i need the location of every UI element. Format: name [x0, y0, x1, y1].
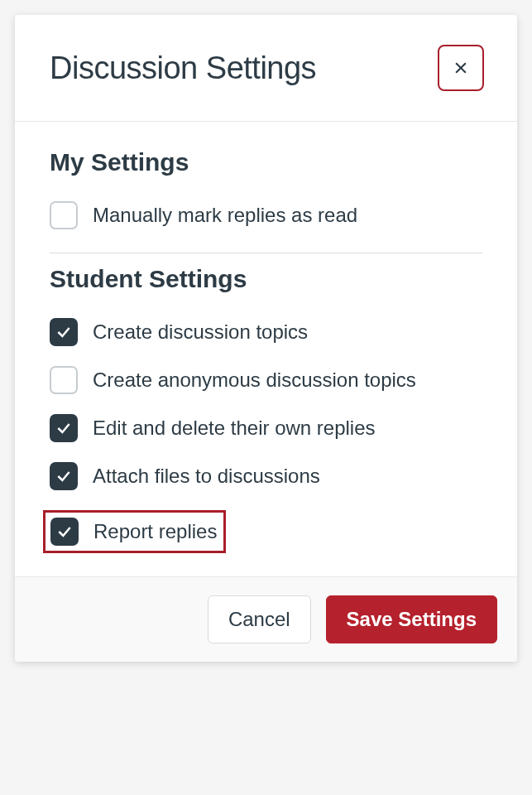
checkbox-label: Manually mark replies as read	[93, 202, 357, 228]
setting-row-create-topics: Create discussion topics	[50, 318, 482, 346]
checkbox-label: Create discussion topics	[93, 319, 308, 344]
checkbox-anonymous-topics[interactable]	[50, 366, 78, 394]
setting-row-report-replies: Report replies	[50, 510, 482, 553]
check-icon	[56, 523, 73, 540]
checkbox-label: Edit and delete their own replies	[93, 415, 376, 441]
setting-row-anonymous-topics: Create anonymous discussion topics	[50, 366, 482, 394]
checkbox-label: Attach files to discussions	[93, 463, 320, 489]
student-settings-heading: Student Settings	[50, 265, 482, 293]
my-settings-heading: My Settings	[50, 148, 482, 176]
checkbox-edit-delete[interactable]	[50, 414, 78, 442]
checkbox-label: Create anonymous discussion topics	[93, 367, 416, 393]
modal-body: My Settings Manually mark replies as rea…	[15, 122, 517, 576]
close-button[interactable]	[438, 45, 484, 91]
setting-row-edit-delete: Edit and delete their own replies	[50, 414, 482, 442]
section-divider	[50, 253, 482, 253]
checkbox-label: Report replies	[93, 518, 217, 544]
modal-footer: Cancel Save Settings	[15, 576, 517, 662]
setting-row-manually-mark: Manually mark replies as read	[50, 201, 482, 229]
checkbox-create-topics[interactable]	[50, 318, 78, 346]
cancel-button[interactable]: Cancel	[208, 595, 311, 643]
setting-row-attach-files: Attach files to discussions	[50, 462, 482, 490]
modal-title: Discussion Settings	[50, 51, 316, 86]
discussion-settings-modal: Discussion Settings My Settings Manually…	[15, 15, 517, 662]
student-settings-list: Create discussion topics Create anonymou…	[50, 318, 482, 553]
checkbox-manually-mark[interactable]	[50, 201, 78, 229]
check-icon	[55, 420, 72, 436]
check-icon	[55, 468, 72, 484]
save-settings-button[interactable]: Save Settings	[326, 595, 497, 643]
close-icon	[453, 60, 469, 76]
checkbox-report-replies[interactable]	[50, 518, 79, 546]
checkbox-attach-files[interactable]	[50, 462, 78, 490]
modal-header: Discussion Settings	[15, 15, 517, 122]
check-icon	[55, 324, 72, 340]
highlight-outline: Report replies	[43, 510, 226, 553]
